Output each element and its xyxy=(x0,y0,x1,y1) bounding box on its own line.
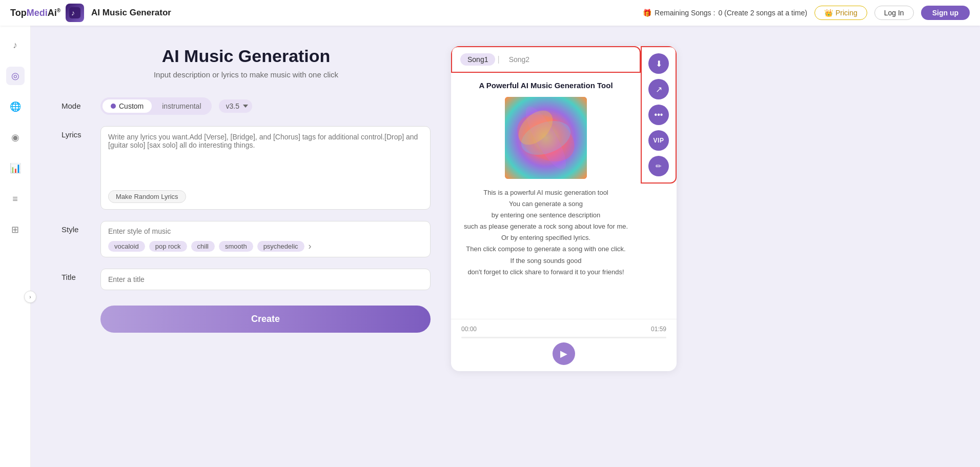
remaining-label: Remaining Songs : xyxy=(655,9,715,17)
vip-button[interactable]: VIP xyxy=(648,130,669,151)
gift-icon: 🎁 xyxy=(643,9,651,17)
login-button[interactable]: Log In xyxy=(874,6,914,20)
lyrics-box: Make Random Lyrics xyxy=(100,126,431,210)
preview-description: This is a powerful AI music generation t… xyxy=(461,187,630,278)
time-row: 00:00 01:59 xyxy=(461,326,666,333)
lyrics-row: Lyrics Make Random Lyrics xyxy=(62,126,431,210)
style-tag-vocaloid[interactable]: vocaloid xyxy=(108,241,145,252)
instrumental-label: instrumental xyxy=(162,102,201,110)
style-input[interactable] xyxy=(108,227,423,235)
sidebar-item-music[interactable]: ♪ xyxy=(6,36,25,54)
preview-card: Song1 | Song2 ⬇ ↗ ••• xyxy=(451,46,677,371)
more-icon: ••• xyxy=(655,110,663,119)
logo-area: TopMediAi® ♪ AI Music Generator xyxy=(10,4,171,22)
player-bar: 00:00 01:59 ▶ xyxy=(451,319,677,371)
action-buttons: ⬇ ↗ ••• VIP ✏ xyxy=(641,46,677,184)
time-end: 01:59 xyxy=(651,326,666,333)
create-btn-row: Create xyxy=(62,301,431,333)
signup-button[interactable]: Sign up xyxy=(921,6,970,20)
make-random-button[interactable]: Make Random Lyrics xyxy=(108,190,186,203)
download-button[interactable]: ⬇ xyxy=(648,53,669,74)
preview-content: A Powerful AI Music Generation Tool xyxy=(451,73,641,319)
card-top: Song1 | Song2 ⬇ ↗ ••• xyxy=(451,46,677,73)
crown-icon: 👑 xyxy=(824,9,833,17)
title-label: Title xyxy=(62,269,92,281)
sidebar-toggle[interactable]: › xyxy=(24,291,36,303)
header: TopMediAi® ♪ AI Music Generator 🎁 Remain… xyxy=(0,0,980,26)
preview-panel: Song1 | Song2 ⬇ ↗ ••• xyxy=(451,46,677,446)
custom-label: Custom xyxy=(119,102,144,110)
sidebar-item-vinyl[interactable]: ◉ xyxy=(6,128,25,147)
mode-toggle-group: Custom instrumental v3.5 v3.0 xyxy=(100,97,431,115)
style-tag-poprock[interactable]: pop rock xyxy=(149,241,187,252)
more-button[interactable]: ••• xyxy=(648,105,669,125)
style-tag-chill[interactable]: chill xyxy=(191,241,215,252)
play-control: ▶ xyxy=(461,342,666,365)
remaining-songs: 🎁 Remaining Songs : 0 (Create 2 songs at… xyxy=(643,9,807,17)
mode-label: Mode xyxy=(62,97,92,110)
progress-bar[interactable] xyxy=(461,337,666,338)
sidebar: ♪ ◎ 🌐 ◉ 📊 ≡ ⊞ › xyxy=(0,26,31,467)
page-subtitle: Input description or lyrics to make musi… xyxy=(62,70,431,79)
share-button[interactable]: ↗ xyxy=(648,79,669,99)
mode-row: Mode Custom instrumental v3.5 xyxy=(62,97,431,115)
style-tag-smooth[interactable]: smooth xyxy=(219,241,253,252)
style-box: vocaloid pop rock chill smooth psychedel… xyxy=(100,221,431,257)
instrumental-toggle[interactable]: instrumental xyxy=(154,99,209,113)
sidebar-item-chart[interactable]: 📊 xyxy=(6,159,25,177)
app-name: AI Music Generator xyxy=(91,8,171,18)
pricing-label: Pricing xyxy=(835,9,858,17)
edit-button[interactable]: ✏ xyxy=(648,156,669,176)
preview-artwork xyxy=(505,97,587,179)
mode-control: Custom instrumental v3.5 v3.0 xyxy=(100,97,431,115)
title-row: Title xyxy=(62,269,431,290)
tab-divider: | xyxy=(497,55,499,64)
sidebar-item-grid[interactable]: ⊞ xyxy=(6,220,25,239)
edit-icon: ✏ xyxy=(656,162,662,170)
version-select[interactable]: v3.5 v3.0 xyxy=(219,99,252,113)
sidebar-item-globe[interactable]: 🌐 xyxy=(6,97,25,116)
remaining-count: 0 (Create 2 songs at a time) xyxy=(718,9,807,17)
page-title: AI Music Generation xyxy=(62,46,431,66)
style-control: vocaloid pop rock chill smooth psychedel… xyxy=(100,221,431,257)
style-tags: vocaloid pop rock chill smooth psychedel… xyxy=(108,241,423,252)
custom-toggle[interactable]: Custom xyxy=(103,99,152,113)
song-tabs: Song1 | Song2 xyxy=(451,46,641,73)
form-section: AI Music Generation Input description or… xyxy=(62,46,451,446)
sidebar-item-generate[interactable]: ◎ xyxy=(6,67,25,85)
time-start: 00:00 xyxy=(461,326,477,333)
svg-text:♪: ♪ xyxy=(71,9,75,17)
song-tab-1[interactable]: Song1 xyxy=(460,53,495,66)
lyrics-label: Lyrics xyxy=(62,126,92,139)
sidebar-item-playlist[interactable]: ≡ xyxy=(6,190,25,208)
content-area: AI Music Generation Input description or… xyxy=(31,26,980,467)
style-more-icon[interactable]: › xyxy=(309,241,312,252)
download-icon: ⬇ xyxy=(656,59,662,69)
title-input[interactable] xyxy=(100,269,431,290)
toggle-group: Custom instrumental xyxy=(100,97,212,115)
play-icon: ▶ xyxy=(560,348,567,359)
preview-song-title: A Powerful AI Music Generation Tool xyxy=(461,81,630,90)
song-tab-2[interactable]: Song2 xyxy=(502,53,537,66)
preview-wrapper: Song1 | Song2 ⬇ ↗ ••• xyxy=(451,46,677,371)
lyrics-textarea[interactable] xyxy=(108,133,423,184)
brand-name: TopMediAi® xyxy=(10,8,60,18)
lyrics-control: Make Random Lyrics xyxy=(100,126,431,210)
style-label: Style xyxy=(62,221,92,234)
style-row: Style vocaloid pop rock chill smooth psy… xyxy=(62,221,431,257)
style-tag-psychedelic[interactable]: psychedelic xyxy=(257,241,304,252)
create-button[interactable]: Create xyxy=(100,306,431,333)
title-control xyxy=(100,269,431,290)
share-icon: ↗ xyxy=(656,85,662,94)
play-button[interactable]: ▶ xyxy=(553,342,575,365)
header-right: 🎁 Remaining Songs : 0 (Create 2 songs at… xyxy=(643,6,970,20)
main-layout: ♪ ◎ 🌐 ◉ 📊 ≡ ⊞ › AI Music Generation Inpu… xyxy=(0,26,980,467)
vip-label: VIP xyxy=(654,137,664,144)
app-icon: ♪ xyxy=(66,4,84,22)
pricing-button[interactable]: 👑 Pricing xyxy=(814,6,867,20)
preview-image xyxy=(505,97,587,179)
